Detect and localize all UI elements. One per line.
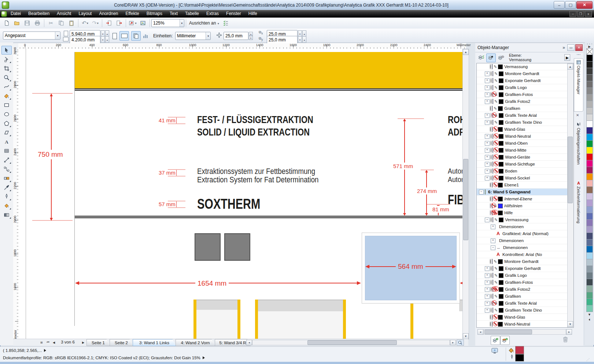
- layer-visible-icon[interactable]: [491, 78, 491, 83]
- units-combo[interactable]: ▾: [175, 32, 211, 40]
- freehand-tool[interactable]: [1, 82, 12, 91]
- swatch-00983a[interactable]: [586, 141, 593, 147]
- layer-editable-icon[interactable]: ✎: [494, 294, 498, 298]
- layer-visible-icon[interactable]: [491, 120, 491, 125]
- hscroll-left-icon[interactable]: ◂: [246, 340, 252, 345]
- layer-editable-icon[interactable]: ✎: [494, 218, 498, 222]
- layer-color-swatch[interactable]: [499, 85, 503, 90]
- layer-visible-icon[interactable]: [490, 183, 491, 187]
- new-layer-button[interactable]: [491, 336, 500, 345]
- swatch-ffed00[interactable]: [586, 147, 593, 154]
- layer-row[interactable]: AGrafiktext: Arial (Normal): [477, 230, 573, 237]
- layer-row[interactable]: +✎Wand-Sockel: [477, 175, 573, 182]
- docker-grip[interactable]: [577, 54, 580, 55]
- outline-color-swatch[interactable]: [515, 354, 524, 361]
- layer-color-swatch[interactable]: [498, 211, 503, 215]
- swatch-0069b4[interactable]: [586, 246, 593, 253]
- layer-printable-icon[interactable]: [492, 176, 493, 180]
- swatch-9d9d9c[interactable]: [586, 94, 593, 101]
- tab-objekt-manager[interactable]: Objekt-Manager: [574, 58, 583, 112]
- layer-color-swatch[interactable]: [498, 64, 503, 69]
- swatch-878787[interactable]: [586, 88, 593, 94]
- layer-not-printable-icon[interactable]: [492, 113, 493, 118]
- print-button[interactable]: [33, 19, 42, 27]
- layer-visible-icon[interactable]: [491, 169, 491, 173]
- docker-float-button[interactable]: ▭: [567, 44, 575, 51]
- expand-toggle-icon[interactable]: −: [485, 218, 490, 222]
- first-page-button[interactable]: ⏮: [45, 340, 51, 345]
- palette-grip[interactable]: [587, 44, 592, 44]
- layer-editable-icon[interactable]: ✎: [494, 113, 498, 118]
- swatch-55a582[interactable]: [586, 292, 593, 299]
- landscape-button[interactable]: [119, 31, 129, 41]
- layer-color-swatch[interactable]: [499, 148, 503, 153]
- duplicate-y-spinner[interactable]: ▾▴: [298, 36, 306, 43]
- swatch-8a76b5[interactable]: [586, 220, 593, 226]
- menu-item-datei[interactable]: Datei: [7, 10, 25, 18]
- layer-editable-icon[interactable]: ✎: [494, 204, 497, 208]
- portrait-button[interactable]: [110, 31, 119, 41]
- layer-row[interactable]: AKontrolltext: Arial (No: [477, 251, 573, 258]
- layer-locked-icon[interactable]: ✎: [494, 322, 497, 326]
- layer-color-swatch[interactable]: [499, 134, 503, 139]
- swatch-e6007e[interactable]: [586, 160, 593, 167]
- layer-name[interactable]: Dimensionen: [503, 245, 528, 250]
- layer-row[interactable]: +✎Wand-Oben: [477, 140, 573, 147]
- application-launcher-button[interactable]: ▾: [128, 19, 137, 27]
- layer-printable-icon[interactable]: [492, 322, 492, 326]
- swatch-b2b2b2[interactable]: [586, 101, 593, 108]
- layer-color-swatch[interactable]: [499, 99, 503, 104]
- layer-printable-icon[interactable]: [492, 106, 492, 111]
- layer-name[interactable]: Grafik Fotos2: [505, 287, 530, 291]
- layer-name[interactable]: Wand-Glas: [504, 127, 525, 131]
- swatch-5d6e96[interactable]: [586, 239, 593, 246]
- layer-color-swatch[interactable]: [499, 71, 503, 76]
- docker-close-button[interactable]: ✕: [575, 44, 583, 51]
- expand-toggle-icon[interactable]: +: [485, 301, 490, 306]
- page-preset-input[interactable]: [3, 33, 55, 38]
- layer-visible-icon[interactable]: [491, 141, 491, 145]
- layer-name[interactable]: Exponate Gerhardt: [505, 266, 540, 271]
- layer-color-swatch[interactable]: [499, 169, 503, 174]
- layer-editable-icon[interactable]: ✎: [494, 259, 497, 264]
- layer-printable-icon[interactable]: [492, 155, 493, 159]
- expand-toggle-icon[interactable]: +: [485, 71, 490, 76]
- layer-editable-icon[interactable]: ✎: [494, 99, 498, 104]
- scroll-down-icon[interactable]: ▼: [463, 333, 469, 339]
- blend-tool[interactable]: [1, 174, 12, 183]
- layer-editable-icon[interactable]: ✎: [494, 280, 498, 285]
- expand-toggle-icon[interactable]: +: [485, 273, 490, 278]
- layer-name[interactable]: Grafiken: [505, 294, 521, 298]
- expand-toggle-icon[interactable]: +: [485, 308, 490, 313]
- layer-row[interactable]: ✎Hilfslinien: [477, 203, 573, 209]
- layer-locked-icon[interactable]: ✎: [494, 315, 497, 319]
- preset-dropdown-icon[interactable]: ▾: [55, 32, 60, 39]
- layer-visible-icon[interactable]: [491, 71, 491, 76]
- swatch-79ccb2[interactable]: [586, 305, 593, 312]
- layer-color-swatch[interactable]: [498, 322, 503, 327]
- layer-name[interactable]: Wand-Oben: [505, 141, 528, 145]
- expand-toggle-icon[interactable]: +: [485, 266, 490, 271]
- artistic-text-icon[interactable]: A: [497, 231, 501, 236]
- layer-name[interactable]: Hilfe: [504, 211, 513, 215]
- layer-printable-icon[interactable]: [492, 169, 493, 173]
- interactive-fill-tool[interactable]: [1, 211, 12, 219]
- layer-printable-icon[interactable]: [492, 218, 493, 222]
- tab-zeichenformatierung[interactable]: A Zeichenformatierung: [574, 179, 583, 236]
- dimension-tool[interactable]: [1, 156, 12, 164]
- layer-name[interactable]: Exponate Gerhardt: [505, 78, 540, 83]
- layer-visible-icon[interactable]: [490, 64, 491, 69]
- layer-row[interactable]: +✎Grafik Texte Arial: [477, 112, 573, 119]
- layer-name[interactable]: Grafiktext: Arial (Normal): [502, 231, 549, 236]
- layer-name[interactable]: Grafiken Texte Dino: [505, 120, 542, 125]
- layer-visible-icon[interactable]: [490, 127, 491, 131]
- layer-color-swatch[interactable]: [499, 273, 503, 278]
- layer-visible-icon[interactable]: [491, 218, 491, 222]
- layer-name[interactable]: Dimensionen: [499, 238, 524, 243]
- layer-printable-icon[interactable]: [492, 197, 492, 201]
- expand-toggle-icon[interactable]: +: [485, 141, 490, 146]
- resize-grip[interactable]: ⋰: [586, 358, 590, 361]
- expand-toggle-icon[interactable]: +: [491, 224, 495, 229]
- swatch-ffffff[interactable]: [586, 121, 593, 127]
- layer-name[interactable]: Monitore Gerhardt: [504, 259, 538, 264]
